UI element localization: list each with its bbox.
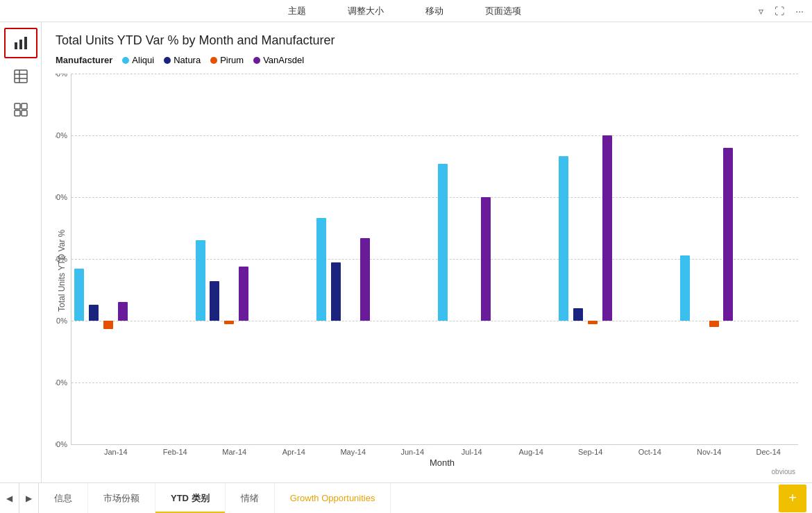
sidebar-item-matrix[interactable]: [4, 94, 37, 125]
tab-market[interactable]: 市场份额: [88, 483, 155, 514]
bar-Pirum-Jan-14[interactable]: [103, 321, 113, 329]
x-label-Jul-14: Jul-14: [442, 445, 502, 456]
expand-icon[interactable]: ⛶: [775, 6, 784, 17]
toolbar-resize[interactable]: 调整大小: [348, 5, 384, 17]
chart-container: Total Units YTD Var % by Month and Manuf…: [42, 22, 812, 482]
x-axis-title: Month: [86, 457, 798, 468]
month-group-Aug-14: [496, 74, 556, 444]
chart-grid: 200%150%100%50%0%-50%-100%: [71, 74, 798, 445]
toolbar-page-options[interactable]: 页面选项: [485, 5, 521, 17]
toolbar-right: ▿ ⛶ ···: [759, 6, 804, 17]
month-group-Mar-14: [193, 74, 253, 444]
svg-rect-3: [15, 70, 27, 83]
legend-item-pirum: Pirum: [210, 55, 244, 65]
tab-growth[interactable]: Growth Opportunities: [275, 483, 391, 514]
month-group-Jul-14: [435, 74, 496, 444]
legend-label: Manufacturer: [56, 55, 112, 65]
toolbar-sections: 主题 调整大小 移动 页面选项: [50, 5, 759, 17]
toolbar-move[interactable]: 移动: [425, 5, 443, 17]
vanarsdel-dot: [253, 57, 260, 64]
month-group-Sep-14: [556, 74, 616, 444]
x-label-Jan-14: Jan-14: [86, 445, 146, 456]
svg-rect-9: [15, 110, 20, 116]
x-label-Aug-14: Aug-14: [502, 445, 561, 456]
tab-next-button[interactable]: ▶: [19, 483, 39, 514]
pirum-label: Pirum: [220, 55, 244, 65]
vanarsdel-label: VanArsdel: [263, 55, 304, 65]
tab-prev-button[interactable]: ◀: [0, 483, 19, 514]
aliqui-dot: [122, 57, 129, 64]
x-axis: Jan-14Feb-14Mar-14Apr-14May-14Jun-14Jul-…: [86, 445, 798, 456]
pirum-dot: [210, 57, 217, 64]
bar-Aliqui-Jan-14[interactable]: [74, 269, 84, 321]
x-label-Jun-14: Jun-14: [383, 445, 443, 456]
toolbar-theme[interactable]: 主题: [288, 5, 306, 17]
month-group-May-14: [314, 74, 374, 444]
month-group-Jun-14: [374, 74, 434, 444]
bar-Natura-Jan-14[interactable]: [89, 305, 99, 321]
x-label-Nov-14: Nov-14: [679, 445, 739, 456]
top-toolbar: 主题 调整大小 移动 页面选项 ▿ ⛶ ···: [0, 0, 812, 22]
legend-item-natura: Natura: [164, 55, 201, 65]
sidebar: [0, 22, 42, 482]
x-label-Mar-14: Mar-14: [205, 445, 264, 456]
more-icon[interactable]: ···: [795, 6, 804, 17]
tab-ytd[interactable]: YTD 类别: [155, 483, 226, 514]
tab-bar: ◀ ▶ 信息 市场份额 YTD 类别 情绪 Growth Opportuniti…: [0, 482, 812, 513]
aliqui-label: Aliqui: [132, 55, 154, 65]
sidebar-item-table[interactable]: [4, 61, 37, 92]
svg-rect-10: [22, 110, 27, 116]
month-group-Dec-14: [738, 74, 798, 444]
main-area: Total Units YTD Var % by Month and Manuf…: [0, 22, 812, 482]
x-label-Dec-14: Dec-14: [739, 445, 799, 456]
svg-rect-0: [15, 42, 17, 49]
month-group-Oct-14: [616, 74, 677, 444]
svg-rect-7: [15, 103, 20, 109]
sidebar-item-bar-chart[interactable]: [4, 28, 37, 58]
x-label-May-14: May-14: [323, 445, 383, 456]
month-group-Feb-14: [132, 74, 192, 444]
x-label-Sep-14: Sep-14: [561, 445, 620, 456]
month-group-Nov-14: [677, 74, 738, 444]
chart-wrapper: Total Units YTD Var % 200%150%100%50%0%-…: [56, 74, 798, 468]
legend: Manufacturer Aliqui Natura Pirum VanArsd…: [56, 55, 798, 65]
tab-info[interactable]: 信息: [39, 483, 88, 514]
svg-rect-2: [24, 37, 27, 49]
x-label-Apr-14: Apr-14: [264, 445, 324, 456]
legend-item-vanarsdel: VanArsdel: [253, 55, 304, 65]
month-group-Apr-14: [253, 74, 314, 444]
svg-rect-8: [22, 103, 27, 109]
natura-dot: [164, 57, 171, 64]
bar-VanArsdel-Jan-14[interactable]: [118, 302, 128, 321]
svg-rect-1: [19, 40, 22, 49]
x-label-Oct-14: Oct-14: [620, 445, 680, 456]
x-label-Feb-14: Feb-14: [146, 445, 205, 456]
legend-item-aliqui: Aliqui: [122, 55, 154, 65]
tab-add-button[interactable]: +: [779, 485, 806, 512]
month-group-Jan-14: [71, 74, 132, 444]
natura-label: Natura: [174, 55, 201, 65]
tab-mood[interactable]: 情绪: [226, 483, 275, 514]
filter-icon[interactable]: ▿: [759, 6, 763, 17]
scroll-hint: obvious: [56, 468, 798, 476]
chart-inner: 200%150%100%50%0%-50%-100% Jan-14Feb-14M…: [71, 74, 798, 468]
chart-title: Total Units YTD Var % by Month and Manuf…: [56, 33, 798, 48]
